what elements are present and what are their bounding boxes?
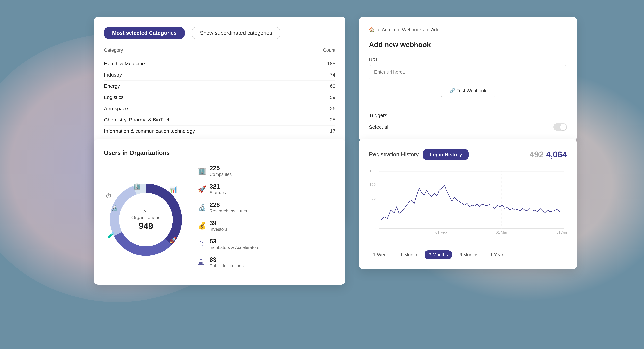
chart-1year-btn[interactable]: 1 Year xyxy=(486,250,507,259)
org-item: 🔬 228 Research Institutes xyxy=(198,201,336,214)
svg-text:01 Mar: 01 Mar xyxy=(496,230,507,234)
org-label: Companies xyxy=(210,172,232,177)
test-webhook-label: Test Webhook xyxy=(457,88,486,93)
donut-icons: 🏢 ⏱ 🔬 📊 🧪 🚀 xyxy=(104,178,188,262)
history-tabs: Registration History Login History xyxy=(369,149,468,160)
most-selected-btn[interactable]: Most selected Categories xyxy=(104,27,185,39)
org-count: 321 xyxy=(210,183,226,190)
org-icon: 🚀 xyxy=(198,185,206,193)
category-name: Information & communication technology xyxy=(104,128,195,134)
org-label: Startups xyxy=(210,190,226,195)
select-all-label: Select all xyxy=(369,124,390,130)
login-history-tab[interactable]: Login History xyxy=(423,149,468,160)
chart-3months-btn[interactable]: 3 Months xyxy=(425,250,452,259)
table-row: Aerospace 26 xyxy=(104,103,336,114)
link-icon: 🔗 xyxy=(450,88,455,93)
icon-rocket: 🚀 xyxy=(170,236,177,243)
toggle-knob xyxy=(560,124,566,130)
svg-text:01 Feb: 01 Feb xyxy=(435,230,447,234)
table-row: Information & communication technology 1… xyxy=(104,126,336,137)
chart-area: 150 100 50 0 01 Feb 01 Mar 01 Apr xyxy=(369,166,567,247)
chart-time-filters: 1 Week 1 Month 3 Months 6 Months 1 Year xyxy=(369,250,567,259)
category-count: 25 xyxy=(330,117,336,123)
url-input[interactable] xyxy=(369,65,567,79)
org-list: 🏢 225 Companies 🚀 321 Startups 🔬 228 Res… xyxy=(198,165,336,274)
category-count: 62 xyxy=(330,83,336,89)
triggers-section: Triggers Select all xyxy=(369,106,567,131)
org-count: 225 xyxy=(210,165,232,172)
org-item: ⏱ 53 Incubators & Accelerators xyxy=(198,238,336,250)
category-count: 17 xyxy=(330,128,336,134)
reg-history-tab[interactable]: Registration History xyxy=(369,151,419,157)
category-count: 59 xyxy=(330,95,336,100)
users-title: Users in Organizations xyxy=(104,149,336,156)
org-icon: 🔬 xyxy=(198,204,206,211)
category-name: Energy xyxy=(104,83,120,89)
triggers-header: Triggers xyxy=(369,113,567,118)
select-all-row: Select all xyxy=(369,123,567,131)
category-name: Chemistry, Pharma & BioTech xyxy=(104,117,171,123)
table-row: Logistics 59 xyxy=(104,92,336,103)
svg-text:100: 100 xyxy=(370,182,376,187)
table-header: Category Count xyxy=(104,48,336,56)
org-count: 83 xyxy=(210,256,244,263)
sep1: › xyxy=(378,27,379,32)
svg-text:50: 50 xyxy=(372,196,376,200)
users-card: Users in Organizations AllOrganizations xyxy=(94,139,346,284)
org-label: Public Institutions xyxy=(210,263,244,268)
icon-clock: ⏱ xyxy=(106,193,112,200)
category-count: 74 xyxy=(330,72,336,78)
col-category: Category xyxy=(104,48,123,53)
category-name: Logistics xyxy=(104,95,124,100)
category-name: Aerospace xyxy=(104,106,128,111)
svg-text:150: 150 xyxy=(370,169,376,173)
org-item: 🏛 83 Public Institutions xyxy=(198,256,336,268)
category-count: 26 xyxy=(330,106,336,111)
show-subordinated-btn[interactable]: Show subordinated categories xyxy=(192,27,280,39)
breadcrumb-add: Add xyxy=(431,27,440,32)
org-info: 53 Incubators & Accelerators xyxy=(210,238,259,250)
org-label: Investors xyxy=(210,227,228,232)
table-row: Energy 62 xyxy=(104,81,336,92)
sep3: › xyxy=(427,27,428,32)
breadcrumb-admin: Admin xyxy=(382,27,395,32)
count-gray: 492 xyxy=(530,150,544,159)
org-item: 🏢 225 Companies xyxy=(198,165,336,177)
test-webhook-button[interactable]: 🔗 Test Webhook xyxy=(441,84,495,97)
org-count: 39 xyxy=(210,220,228,227)
count-purple: 4,064 xyxy=(546,150,567,159)
users-content: AllOrganizations 949 🏢 ⏱ 🔬 📊 🧪 🚀 🏢 225 C… xyxy=(104,165,336,274)
org-info: 225 Companies xyxy=(210,165,232,177)
home-icon: 🏠 xyxy=(369,27,375,32)
table-row: Health & Medicine 185 xyxy=(104,58,336,69)
history-header: Registration History Login History 492 4… xyxy=(369,149,567,160)
chart-1month-btn[interactable]: 1 Month xyxy=(396,250,421,259)
sep2: › xyxy=(398,27,399,32)
org-item: 🚀 321 Startups xyxy=(198,183,336,195)
org-icon: ⏱ xyxy=(198,240,206,248)
org-icon: 💰 xyxy=(198,222,206,230)
org-info: 39 Investors xyxy=(210,220,228,232)
category-name: Industry xyxy=(104,72,122,78)
breadcrumb: 🏠 › Admin › Webhooks › Add xyxy=(369,27,567,32)
svg-text:0: 0 xyxy=(374,226,376,230)
webhook-title: Add new webhook xyxy=(369,41,567,49)
breadcrumb-webhooks: Webhooks xyxy=(402,27,424,32)
chart-6months-btn[interactable]: 6 Months xyxy=(455,250,483,259)
chart-1week-btn[interactable]: 1 Week xyxy=(369,250,393,259)
history-chart-svg: 150 100 50 0 01 Feb 01 Mar 01 Apr xyxy=(369,166,567,237)
history-counts: 492 4,064 xyxy=(530,150,567,159)
org-info: 83 Public Institutions xyxy=(210,256,244,268)
org-info: 228 Research Institutes xyxy=(210,201,247,214)
org-icon: 🏛 xyxy=(198,259,206,266)
icon-stats: 📊 xyxy=(170,186,177,193)
select-all-toggle[interactable] xyxy=(554,123,567,131)
svg-text:01 Apr: 01 Apr xyxy=(556,230,567,234)
table-row: Industry 74 xyxy=(104,69,336,81)
org-item: 💰 39 Investors xyxy=(198,220,336,232)
history-card: Registration History Login History 492 4… xyxy=(359,139,577,269)
donut-chart: AllOrganizations 949 🏢 ⏱ 🔬 📊 🧪 🚀 xyxy=(104,178,188,262)
category-name: Health & Medicine xyxy=(104,61,145,67)
org-count: 53 xyxy=(210,238,259,245)
org-label: Incubators & Accelerators xyxy=(210,245,259,250)
